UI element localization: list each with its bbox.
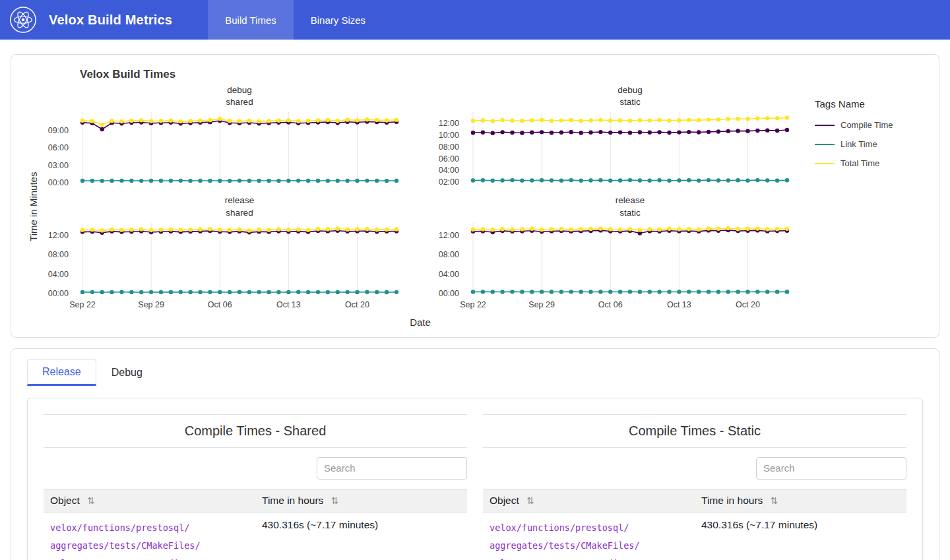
facet-grid: debugshared00:0003:0006:0009:00debugstat…	[42, 81, 799, 317]
svg-text:09:00: 09:00	[48, 126, 69, 135]
facet-title: releaseshared	[75, 191, 404, 220]
facet-release-shared: releasesharedSep 22Sep 29Oct 06Oct 13Oct…	[42, 191, 408, 316]
svg-text:04:00: 04:00	[48, 270, 69, 279]
nav-tab-build-times[interactable]: Build Times	[208, 0, 294, 40]
search-input-static[interactable]	[756, 457, 906, 480]
svg-text:12:00: 12:00	[439, 119, 459, 128]
time-value: 430.316s (~7.17 minutes)	[695, 512, 906, 560]
sort-icon[interactable]: ⇅	[526, 495, 534, 506]
table-title-shared: Compile Times - Shared	[44, 414, 467, 448]
tab-debug[interactable]: Debug	[96, 359, 158, 386]
facet-release-static: releasestaticSep 22Sep 29Oct 06Oct 13Oct…	[432, 191, 799, 316]
navbar: Velox Build Metrics Build Times Binary S…	[0, 0, 950, 40]
svg-text:08:00: 08:00	[439, 142, 459, 152]
facet-plot[interactable]: 00:0003:0006:0009:00	[42, 109, 408, 189]
legend-label: Compile Time	[840, 120, 893, 130]
chart-legend: Tags Name Compile TimeLink TimeTotal Tim…	[815, 98, 914, 332]
svg-text:06:00: 06:00	[48, 144, 69, 153]
svg-text:12:00: 12:00	[48, 231, 69, 240]
legend-item-compile-time[interactable]: Compile Time	[815, 120, 914, 130]
facet-title: debugshared	[75, 81, 404, 109]
svg-text:04:00: 04:00	[439, 270, 459, 279]
legend-swatch	[815, 144, 835, 145]
y-axis-label: Time in Minutes	[24, 81, 42, 332]
svg-text:Oct 06: Oct 06	[208, 300, 232, 309]
svg-text:Oct 13: Oct 13	[667, 300, 691, 309]
column-header-object[interactable]: Object ⇅	[44, 489, 255, 512]
sort-icon[interactable]: ⇅	[771, 495, 778, 506]
svg-text:Oct 13: Oct 13	[276, 300, 301, 309]
build-type-tabs: Release Debug	[27, 359, 923, 386]
table-title-static: Compile Times - Static	[483, 414, 906, 448]
svg-text:06:00: 06:00	[439, 154, 459, 164]
search-row	[483, 448, 906, 489]
sort-icon[interactable]: ⇅	[331, 495, 339, 506]
tab-release[interactable]: Release	[27, 359, 96, 386]
legend-label: Link Time	[840, 139, 877, 149]
svg-text:03:00: 03:00	[48, 161, 69, 170]
svg-text:00:00: 00:00	[48, 289, 69, 298]
legend-title: Tags Name	[815, 98, 914, 109]
column-label: Object	[50, 495, 80, 506]
data-table-static: Object ⇅ Time in hours ⇅ velox/func	[483, 489, 906, 560]
compile-times-shared-table: Compile Times - Shared Object ⇅ Time in …	[44, 414, 467, 560]
legend-items: Compile TimeLink TimeTotal Time	[815, 120, 914, 168]
legend-item-total-time[interactable]: Total Time	[815, 158, 914, 168]
header-row: Object ⇅ Time in hours ⇅	[44, 489, 467, 512]
chart-title: Velox Build Times	[80, 68, 926, 81]
column-header-time[interactable]: Time in hours ⇅	[695, 489, 906, 512]
object-link[interactable]: velox/functions/prestosql/ aggregates/te…	[50, 519, 249, 560]
svg-text:00:00: 00:00	[439, 289, 459, 298]
svg-text:02:00: 02:00	[439, 178, 459, 187]
svg-text:Oct 20: Oct 20	[736, 300, 760, 309]
column-label: Object	[490, 495, 519, 506]
chart-layout: Time in Minutes debugshared00:0003:0006:…	[24, 81, 926, 332]
compile-times-static-table: Compile Times - Static Object ⇅ Time in …	[483, 414, 906, 560]
svg-text:Oct 20: Oct 20	[345, 300, 369, 309]
table-row: velox/functions/prestosql/ aggregates/te…	[44, 512, 467, 560]
svg-text:12:00: 12:00	[439, 231, 459, 240]
legend-label: Total Time	[840, 158, 879, 168]
search-input-shared[interactable]	[317, 457, 467, 480]
svg-text:10:00: 10:00	[439, 131, 459, 140]
facet-debug-static: debugstatic02:0004:0006:0008:0010:0012:0…	[432, 81, 799, 191]
build-times-chart-card: Velox Build Times Time in Minutes debugs…	[11, 54, 939, 338]
header-row: Object ⇅ Time in hours ⇅	[483, 489, 906, 512]
svg-text:08:00: 08:00	[48, 250, 69, 259]
legend-item-link-time[interactable]: Link Time	[815, 139, 914, 149]
svg-text:Oct 06: Oct 06	[598, 300, 623, 309]
search-row	[44, 448, 467, 489]
column-header-object[interactable]: Object ⇅	[483, 489, 695, 512]
nav-tabs: Build Times Binary Sizes	[208, 0, 383, 40]
app-title: Velox Build Metrics	[49, 13, 172, 28]
facet-title: releasestatic	[465, 191, 795, 220]
svg-text:04:00: 04:00	[439, 166, 459, 175]
svg-text:00:00: 00:00	[48, 179, 69, 188]
facet-area: debugshared00:0003:0006:0009:00debugstat…	[42, 81, 799, 332]
column-label: Time in hours	[262, 495, 323, 506]
table-row: velox/functions/prestosql/ aggregates/te…	[483, 512, 906, 560]
object-link[interactable]: velox/functions/prestosql/ aggregates/te…	[490, 519, 688, 560]
column-label: Time in hours	[701, 495, 763, 506]
svg-text:08:00: 08:00	[439, 250, 459, 259]
sort-icon[interactable]: ⇅	[87, 495, 95, 506]
tables-container: Compile Times - Shared Object ⇅ Time in …	[27, 398, 923, 560]
facet-plot[interactable]: Sep 22Sep 29Oct 06Oct 13Oct 2000:0004:00…	[42, 220, 408, 314]
facet-plot[interactable]: Sep 22Sep 29Oct 06Oct 13Oct 2000:0004:00…	[432, 220, 799, 314]
svg-text:Sep 29: Sep 29	[528, 300, 555, 309]
legend-swatch	[815, 163, 835, 164]
column-header-time[interactable]: Time in hours ⇅	[255, 489, 467, 512]
data-table-shared: Object ⇅ Time in hours ⇅ velox/func	[44, 489, 467, 560]
svg-text:Sep 22: Sep 22	[69, 300, 96, 309]
svg-text:Sep 22: Sep 22	[460, 300, 486, 309]
x-axis-label: Date	[42, 317, 799, 328]
time-value: 430.316s (~7.17 minutes)	[255, 512, 467, 560]
compile-times-panel: Release Debug Compile Times - Shared Obj…	[11, 348, 939, 560]
nav-tab-binary-sizes[interactable]: Binary Sizes	[294, 0, 383, 40]
facet-title: debugstatic	[465, 81, 795, 109]
legend-swatch	[815, 125, 835, 126]
atom-logo-icon[interactable]	[9, 6, 37, 34]
svg-text:Sep 29: Sep 29	[138, 300, 164, 309]
facet-debug-shared: debugshared00:0003:0006:0009:00	[42, 81, 408, 191]
facet-plot[interactable]: 02:0004:0006:0008:0010:0012:00	[432, 109, 799, 189]
